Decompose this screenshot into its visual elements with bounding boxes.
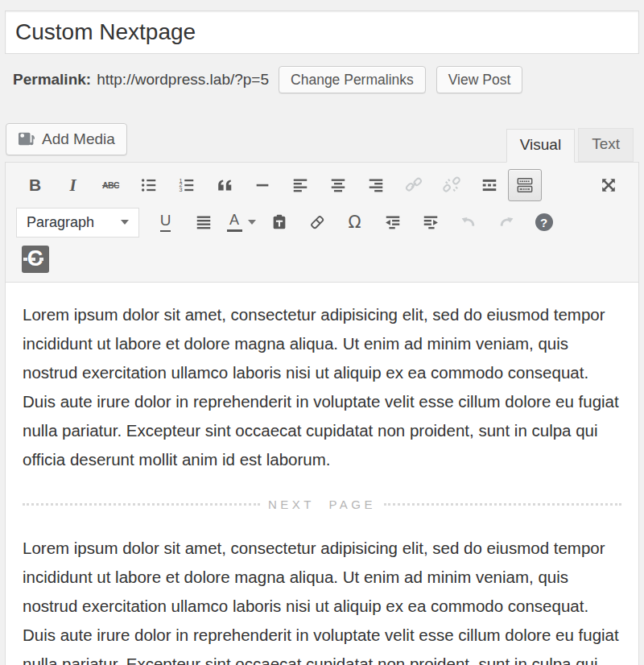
italic-icon: I — [69, 176, 76, 196]
fullscreen-button[interactable] — [589, 169, 627, 201]
help-button[interactable]: ? — [525, 206, 563, 238]
align-right-icon — [367, 176, 385, 194]
outdent-button[interactable] — [374, 206, 411, 238]
numbered-list-icon: 123 — [178, 176, 196, 194]
editor-content-area[interactable]: Lorem ipsum dolor sit amet, consectetur … — [6, 283, 638, 665]
tab-text[interactable]: Text — [578, 128, 634, 162]
text-color-button[interactable]: A — [222, 206, 260, 238]
special-character-button[interactable]: Ω — [336, 206, 374, 238]
nextpage-divider-line — [23, 503, 260, 506]
align-left-icon — [291, 176, 309, 194]
admin-media-icon — [18, 130, 35, 148]
align-center-icon — [329, 176, 347, 194]
more-tag-button[interactable] — [470, 169, 508, 201]
bullet-list-icon — [140, 176, 158, 194]
content-paragraph[interactable]: Lorem ipsum dolor sit amet, consectetur … — [23, 534, 621, 665]
undo-button — [449, 206, 487, 238]
strikethrough-button[interactable]: ABC — [92, 169, 130, 201]
special-character-icon: Ω — [348, 213, 361, 232]
nextpage-divider-line — [384, 503, 621, 506]
toolbar-row-3: C — [6, 238, 638, 275]
permalink-url: http://wordpress.lab/?p=5 — [97, 71, 269, 89]
toolbar-toggle-icon — [516, 176, 534, 194]
text-color-icon: A — [227, 213, 256, 232]
justify-icon — [195, 213, 213, 231]
bold-icon: B — [29, 176, 41, 195]
svg-text:3: 3 — [179, 186, 182, 193]
add-media-label: Add Media — [42, 130, 115, 148]
editor-header: Add Media Visual Text — [5, 123, 639, 162]
redo-button — [487, 206, 525, 238]
link-icon — [405, 176, 423, 194]
toolbar-row-2: Paragraph UAΩ? — [6, 201, 638, 238]
editor-frame: BIABC123 Paragraph UAΩ? C Lorem ipsum do… — [5, 162, 639, 665]
page-break-button[interactable]: C — [16, 243, 54, 275]
bullet-list-button[interactable] — [130, 169, 167, 201]
nextpage-divider[interactable]: NEXT PAGE — [23, 498, 621, 511]
indent-button[interactable] — [411, 206, 449, 238]
page-break-icon: C — [22, 246, 49, 273]
horizontal-rule-icon — [254, 176, 271, 194]
strikethrough-icon: ABC — [102, 180, 119, 190]
clear-formatting-button[interactable] — [298, 206, 336, 238]
align-right-button[interactable] — [357, 169, 394, 201]
align-left-button[interactable] — [281, 169, 319, 201]
permalink-label: Permalink: — [13, 71, 91, 89]
paste-as-text-icon — [270, 213, 288, 231]
outdent-icon — [384, 213, 402, 231]
align-center-button[interactable] — [319, 169, 357, 201]
blockquote-icon — [216, 176, 233, 194]
toolbar-toggle-button[interactable] — [508, 169, 542, 201]
content-paragraph[interactable]: Lorem ipsum dolor sit amet, consectetur … — [23, 300, 621, 474]
view-post-button[interactable]: View Post — [436, 66, 523, 93]
paste-as-text-button[interactable] — [260, 206, 298, 238]
more-tag-icon — [481, 176, 498, 194]
justify-button[interactable] — [184, 206, 222, 238]
link-button — [394, 169, 432, 201]
post-title-input[interactable] — [5, 10, 639, 54]
numbered-list-button[interactable]: 123 — [167, 169, 205, 201]
blockquote-button[interactable] — [205, 169, 243, 201]
change-permalinks-button[interactable]: Change Permalinks — [279, 66, 426, 93]
bold-button[interactable]: B — [16, 169, 54, 201]
unlink-icon — [443, 176, 460, 194]
add-media-button[interactable]: Add Media — [6, 123, 127, 155]
editor-tabs: Visual Text — [506, 128, 634, 162]
format-select-value: Paragraph — [27, 214, 94, 231]
tab-visual[interactable]: Visual — [506, 129, 575, 163]
underline-icon: U — [160, 213, 171, 232]
redo-icon — [497, 213, 515, 231]
underline-button[interactable]: U — [147, 206, 184, 238]
undo-icon — [460, 213, 477, 231]
indent-icon — [422, 213, 440, 231]
toolbar-row-1: BIABC123 — [6, 163, 638, 201]
unlink-button — [432, 169, 470, 201]
nextpage-divider-label: NEXT PAGE — [268, 498, 376, 511]
permalink-row: Permalink: http://wordpress.lab/?p=5 Cha… — [13, 66, 639, 93]
italic-button[interactable]: I — [54, 169, 92, 201]
paragraph-format-select[interactable]: Paragraph — [16, 208, 139, 238]
fullscreen-icon — [600, 176, 617, 194]
clear-formatting-icon — [308, 213, 326, 231]
horizontal-rule-button[interactable] — [243, 169, 281, 201]
help-icon: ? — [535, 213, 553, 231]
post-editor-page: Permalink: http://wordpress.lab/?p=5 Cha… — [0, 0, 644, 665]
chevron-down-icon — [121, 220, 129, 225]
editor-toolbar: BIABC123 Paragraph UAΩ? C — [6, 163, 638, 283]
